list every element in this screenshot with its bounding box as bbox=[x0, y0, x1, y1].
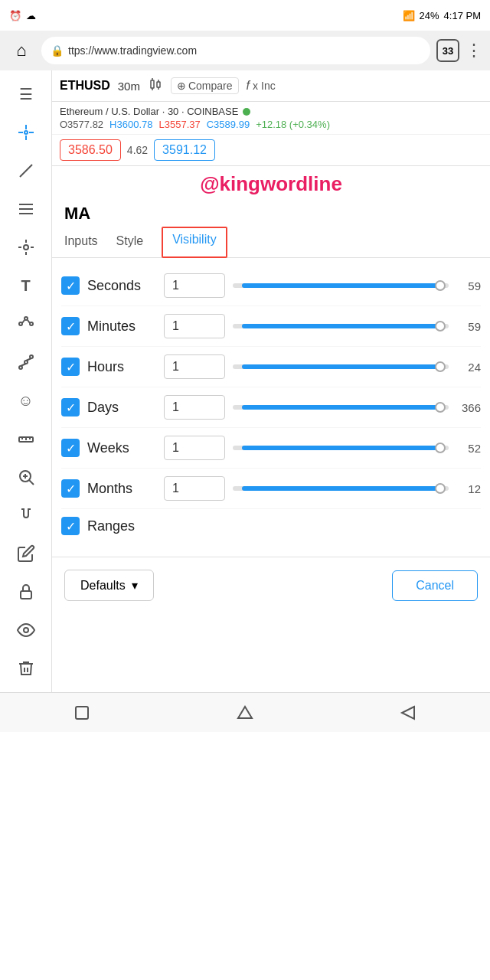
checkbox-ranges[interactable]: ✓ bbox=[61, 517, 80, 535]
chart-candle-icon[interactable] bbox=[148, 77, 163, 95]
sidebar-item-smiley[interactable]: ☺ bbox=[7, 383, 45, 418]
checkbox-hours[interactable]: ✓ bbox=[61, 358, 80, 376]
inc-button[interactable]: fx Inc bbox=[247, 79, 276, 93]
svg-point-4 bbox=[24, 131, 28, 134]
slider-seconds[interactable] bbox=[233, 283, 449, 288]
sidebar-item-pencil-lock[interactable] bbox=[7, 536, 45, 571]
label-months: Months bbox=[87, 481, 156, 497]
sidebar-item-lock[interactable] bbox=[7, 574, 45, 609]
price-info: Ethereum / U.S. Dollar · 30 · COINBASE O… bbox=[52, 102, 490, 135]
checkbox-minutes[interactable]: ✓ bbox=[61, 317, 80, 335]
browser-bar: ⌂ 🔒 ttps://www.tradingview.com 33 ⋮ bbox=[0, 31, 490, 70]
checkbox-weeks[interactable]: ✓ bbox=[61, 439, 80, 457]
checkbox-seconds[interactable]: ✓ bbox=[61, 276, 80, 295]
chart-area: ETHUSD 30m ⊕ Compare fx Inc bbox=[52, 70, 490, 692]
checkbox-days[interactable]: ✓ bbox=[61, 398, 80, 416]
nav-home-button[interactable] bbox=[228, 696, 262, 730]
slider-hours[interactable] bbox=[233, 364, 449, 369]
sidebar-item-zoomin[interactable] bbox=[7, 459, 45, 495]
signal-icon: 📶 bbox=[403, 10, 415, 21]
sidebar-item-trash[interactable] bbox=[7, 651, 45, 686]
tab-style[interactable]: Style bbox=[116, 227, 144, 257]
browser-url-bar[interactable]: 🔒 ttps://www.tradingview.com bbox=[41, 37, 430, 64]
svg-point-35 bbox=[24, 628, 28, 632]
max-hours: 24 bbox=[456, 361, 481, 374]
nav-recent-apps-button[interactable] bbox=[65, 696, 99, 730]
slider-minutes[interactable] bbox=[233, 324, 449, 328]
defaults-label: Defaults bbox=[80, 579, 126, 593]
slider-weeks[interactable] bbox=[233, 446, 449, 450]
sidebar-item-position[interactable] bbox=[7, 230, 45, 265]
slider-days[interactable] bbox=[233, 405, 449, 410]
sidebar-item-nodes[interactable] bbox=[7, 345, 45, 380]
sidebar-item-magnet[interactable] bbox=[7, 498, 45, 533]
sidebar-item-line[interactable] bbox=[7, 153, 45, 188]
max-seconds: 59 bbox=[456, 279, 481, 292]
max-weeks: 52 bbox=[456, 442, 481, 455]
input-days[interactable] bbox=[164, 395, 225, 420]
lock-secure-icon: 🔒 bbox=[51, 44, 64, 57]
visibility-list: ✓ Seconds 59 ✓ Minutes bbox=[52, 258, 490, 550]
browser-home-button[interactable]: ⌂ bbox=[8, 37, 35, 64]
svg-marker-44 bbox=[402, 707, 414, 719]
svg-point-9 bbox=[24, 245, 28, 250]
input-weeks[interactable] bbox=[164, 436, 225, 460]
ask-price-box[interactable]: 3591.12 bbox=[154, 139, 215, 161]
svg-line-29 bbox=[29, 480, 34, 485]
svg-point-14 bbox=[19, 322, 22, 325]
sidebar-item-pattern[interactable] bbox=[7, 306, 45, 341]
sidebar-item-text[interactable]: T bbox=[7, 268, 45, 303]
spread-value: 4.62 bbox=[127, 144, 148, 156]
chart-timeframe[interactable]: 30m bbox=[118, 80, 140, 93]
compare-button[interactable]: ⊕ Compare bbox=[171, 77, 239, 94]
svg-line-5 bbox=[20, 165, 32, 177]
max-minutes: 59 bbox=[456, 320, 481, 333]
svg-point-20 bbox=[24, 361, 28, 364]
svg-rect-36 bbox=[151, 80, 154, 88]
cancel-button[interactable]: Cancel bbox=[392, 570, 478, 601]
vis-row-ranges: ✓ Ranges bbox=[61, 509, 481, 543]
main-content: ☰ T bbox=[0, 70, 490, 692]
chart-symbol: ETHUSD bbox=[60, 79, 110, 93]
open-value: O3577.82 bbox=[60, 119, 103, 130]
sidebar-item-ruler[interactable] bbox=[7, 421, 45, 456]
defaults-button[interactable]: Defaults ▾ bbox=[64, 570, 154, 601]
input-hours[interactable] bbox=[164, 354, 225, 379]
svg-rect-39 bbox=[157, 82, 160, 87]
max-months: 12 bbox=[456, 482, 481, 495]
sidebar-item-eye[interactable] bbox=[7, 612, 45, 648]
input-seconds[interactable] bbox=[164, 273, 225, 298]
svg-line-23 bbox=[26, 358, 31, 361]
tab-count-badge[interactable]: 33 bbox=[436, 39, 459, 62]
price-boxes: 3586.50 4.62 3591.12 bbox=[52, 135, 490, 166]
slider-months[interactable] bbox=[233, 486, 449, 491]
svg-point-15 bbox=[24, 317, 28, 320]
bid-price-box[interactable]: 3586.50 bbox=[60, 139, 121, 161]
close-value: C3589.99 bbox=[207, 119, 250, 130]
sidebar-item-crosshair[interactable] bbox=[7, 115, 45, 150]
checkbox-months[interactable]: ✓ bbox=[61, 479, 80, 498]
high-value: H3600.78 bbox=[109, 119, 152, 130]
label-days: Days bbox=[87, 400, 156, 416]
nav-back-button[interactable] bbox=[391, 696, 425, 730]
input-minutes[interactable] bbox=[164, 314, 225, 338]
sidebar-item-indicators[interactable] bbox=[7, 191, 45, 227]
tab-inputs[interactable]: Inputs bbox=[64, 227, 98, 257]
label-hours: Hours bbox=[87, 359, 156, 375]
cloud-icon: ☁ bbox=[26, 10, 36, 21]
time-text: 4:17 PM bbox=[444, 10, 481, 21]
ohlc-bar: O3577.82 H3600.78 L3557.37 C3589.99 +12.… bbox=[60, 119, 482, 130]
url-text: ttps://www.tradingview.com bbox=[68, 44, 197, 57]
status-right-icons: 📶 24% 4:17 PM bbox=[403, 10, 481, 21]
sidebar-item-menu[interactable]: ☰ bbox=[7, 77, 45, 112]
ma-dialog: MA Inputs Style Visibility ✓ Seconds bbox=[52, 198, 490, 692]
browser-menu-button[interactable]: ⋮ bbox=[466, 41, 482, 60]
svg-marker-43 bbox=[238, 707, 252, 718]
sidebar: ☰ T bbox=[0, 70, 52, 692]
svg-rect-34 bbox=[21, 591, 31, 599]
input-months[interactable] bbox=[164, 476, 225, 501]
svg-line-18 bbox=[28, 320, 30, 323]
defaults-chevron-icon: ▾ bbox=[132, 578, 138, 593]
tab-visibility[interactable]: Visibility bbox=[162, 227, 227, 258]
svg-rect-42 bbox=[76, 707, 88, 719]
